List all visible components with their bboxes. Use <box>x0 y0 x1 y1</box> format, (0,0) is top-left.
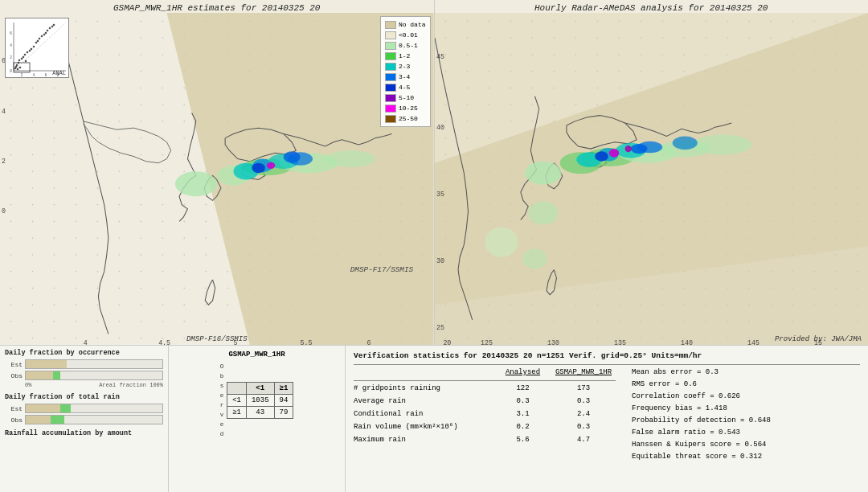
stat-far: False alarm ratio = 0.543 <box>632 427 771 439</box>
svg-point-52 <box>284 151 301 163</box>
svg-point-21 <box>43 34 45 35</box>
stat-val-g-3: 0.3 <box>551 421 616 433</box>
legend-label-05-1: 0.5-1 <box>399 40 418 51</box>
stat-pod: Probability of detection = 0.648 <box>632 415 771 427</box>
legend-label-1-2: 1-2 <box>399 51 410 61</box>
svg-point-9 <box>21 58 23 59</box>
bottom-stats-panel: Verification statistics for 20140325 20 … <box>346 346 868 492</box>
svg-text:2: 2 <box>2 158 6 165</box>
obs-label-1: Obs <box>5 372 23 379</box>
legend-label-2-3: 2-3 <box>399 61 410 72</box>
svg-text:0: 0 <box>10 69 12 74</box>
svg-point-53 <box>267 162 275 169</box>
svg-point-82 <box>528 201 558 224</box>
svg-point-8 <box>19 67 21 68</box>
legend-label-5-10: 5-10 <box>399 92 414 103</box>
stat-val-g-1: 0.3 <box>551 396 616 408</box>
legend-swatch-nodata <box>385 21 396 29</box>
svg-point-13 <box>27 51 28 53</box>
stat-hk: Hanssen & Kuipers score = 0.564 <box>632 439 771 451</box>
ct-header-ge1: ≥1 <box>274 383 293 395</box>
occurrence-obs-bar <box>25 371 163 380</box>
legend-label-lt001: <0.01 <box>399 30 418 40</box>
top-row: GSMAP_MWR_1HR estimates for 20140325 20 <box>0 0 868 346</box>
svg-point-42 <box>175 171 217 196</box>
legend-label-nodata: No data <box>399 19 426 30</box>
legend-label-10-25: 10-25 <box>399 103 418 113</box>
svg-point-2 <box>14 68 16 69</box>
legend-item-3-4: 3-4 <box>385 72 426 82</box>
legend-item-2-3: 2-3 <box>385 61 426 72</box>
svg-text:4: 4 <box>2 108 6 115</box>
scatter-inset: 0 2 4 6 2 4 6 8 ANAL <box>5 18 69 78</box>
stat-label-4: Maximum rain <box>354 434 494 446</box>
occurrence-est-row: Est <box>5 359 163 369</box>
stats-header-row: Analysed GSMAP_MWR_1HR <box>354 367 616 379</box>
svg-text:4: 4 <box>10 43 12 48</box>
stats-row-2: Conditional rain 3.1 2.4 <box>354 408 616 420</box>
legend-item-10-25: 10-25 <box>385 103 426 113</box>
axis-areal: Areal fraction 100% <box>99 382 163 388</box>
svg-point-11 <box>24 54 26 55</box>
legend-swatch-3-4 <box>385 73 396 81</box>
svg-line-27 <box>14 23 66 71</box>
legend-swatch-05-1 <box>385 42 396 50</box>
svg-point-25 <box>51 26 53 27</box>
stats-row-4: Maximum rain 5.6 4.7 <box>354 434 616 446</box>
svg-text:20: 20 <box>443 339 451 345</box>
svg-point-23 <box>47 30 48 31</box>
right-map-panel: Hourly Radar-AMeDAS analysis for 2014032… <box>435 0 869 345</box>
right-map-bottom-label: Provided by: JWA/JMA <box>775 335 862 343</box>
verification-title: Verification statistics for 20140325 20 … <box>354 350 860 362</box>
svg-text:6: 6 <box>44 73 47 78</box>
svg-text:30: 30 <box>436 257 444 264</box>
stat-val-g-4: 4.7 <box>551 434 616 446</box>
svg-point-84 <box>522 249 547 269</box>
occurrence-est-bar <box>25 359 163 369</box>
stats-table-section: Analysed GSMAP_MWR_1HR # gridpoints rain… <box>354 367 616 463</box>
legend-swatch-5-10 <box>385 94 396 102</box>
stats-row-1: Average rain 0.3 0.3 <box>354 396 616 408</box>
main-container: GSMAP_MWR_1HR estimates for 20140325 20 <box>0 0 868 492</box>
svg-text:125: 125 <box>481 339 493 345</box>
occurrence-obs-row: Obs <box>5 371 163 380</box>
ct-row-label-ge1: ≥1 <box>227 407 247 419</box>
ct-val-lt1-lt1: 1035 <box>246 395 274 407</box>
svg-text:130: 130 <box>547 339 559 345</box>
stats-col-analysed: Analysed <box>501 367 545 379</box>
legend-item-1-2: 1-2 <box>385 51 426 61</box>
rain-est-fill1 <box>26 404 60 412</box>
svg-point-80 <box>608 149 618 157</box>
svg-point-79 <box>630 144 647 154</box>
svg-point-4 <box>16 64 18 66</box>
svg-text:25: 25 <box>436 324 444 331</box>
legend-swatch-10-25 <box>385 105 396 113</box>
bottom-row: Daily fraction by occurrence Est Obs 0% … <box>0 346 868 492</box>
svg-text:35: 35 <box>436 191 444 198</box>
est-label-1: Est <box>5 361 23 368</box>
legend-swatch-lt001 <box>385 31 396 39</box>
svg-point-83 <box>485 228 518 257</box>
obs-vertical-label: O b s e r v e d <box>220 362 224 439</box>
rain-est-bar <box>25 404 163 413</box>
stats-content: Analysed GSMAP_MWR_1HR # gridpoints rain… <box>354 367 860 463</box>
stats-col-label-spacer <box>354 367 494 379</box>
svg-point-10 <box>23 56 24 58</box>
legend-label-25-50: 25-50 <box>399 113 418 124</box>
ct-val-ge1-ge1: 79 <box>274 407 293 419</box>
svg-text:140: 140 <box>681 339 693 345</box>
accumulation-chart-title: Rainfall accumulation by amount <box>5 429 163 437</box>
occurrence-est-fill <box>26 360 67 368</box>
stat-val-g-0: 173 <box>551 383 616 395</box>
svg-text:4.5: 4.5 <box>158 339 170 345</box>
svg-point-26 <box>53 24 55 26</box>
svg-text:6: 6 <box>10 31 12 36</box>
svg-text:45: 45 <box>436 53 444 60</box>
svg-point-3 <box>15 66 17 68</box>
left-map-bottom-label: DMSP-F16/SSMIS <box>186 335 248 343</box>
svg-text:0: 0 <box>2 207 6 215</box>
bottom-left-panel: Daily fraction by occurrence Est Obs 0% … <box>0 346 169 492</box>
bottom-middle-panel: GSMAP_MWR_1HR O b s e r v e d <1 <box>169 346 346 492</box>
axis-0pct: 0% <box>25 382 31 388</box>
rain-est-row: Est <box>5 404 163 413</box>
